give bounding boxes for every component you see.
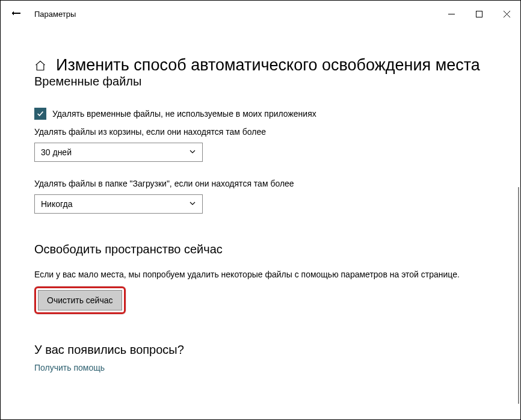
highlight-annotation: Очистить сейчас — [34, 286, 126, 314]
questions-header: У вас появились вопросы? — [34, 343, 502, 357]
back-arrow-icon[interactable]: 🠔 — [11, 8, 21, 19]
clean-now-button[interactable]: Очистить сейчас — [38, 290, 122, 310]
subheading-temp-files: Временные файлы — [34, 75, 502, 88]
home-icon[interactable] — [34, 60, 46, 72]
downloads-dropdown[interactable]: Никогда — [34, 194, 203, 214]
content-area: Изменить способ автоматического освобожд… — [1, 56, 520, 372]
free-space-description: Если у вас мало места, мы попробуем удал… — [34, 270, 502, 279]
recycle-bin-label: Удалять файлы из корзины, если они наход… — [34, 127, 502, 137]
downloads-value: Никогда — [41, 199, 189, 209]
delete-temp-files-checkbox[interactable] — [34, 108, 46, 120]
window-title: Параметры — [34, 10, 76, 19]
window-controls — [437, 4, 520, 23]
svg-rect-1 — [476, 11, 482, 17]
get-help-link[interactable]: Получить помощь — [34, 363, 105, 372]
maximize-button[interactable] — [465, 4, 493, 23]
chevron-down-icon — [189, 200, 196, 208]
recycle-bin-dropdown[interactable]: 30 дней — [34, 143, 203, 162]
page-heading: Изменить способ автоматического освобожд… — [56, 56, 480, 75]
recycle-bin-value: 30 дней — [41, 147, 189, 157]
minimize-button[interactable] — [437, 4, 465, 23]
chevron-down-icon — [189, 148, 196, 156]
delete-temp-files-label: Удалять временные файлы, не используемые… — [52, 109, 316, 119]
scrollbar[interactable] — [518, 187, 519, 404]
titlebar: 🠔 Параметры — [1, 1, 520, 27]
downloads-label: Удалять файлы в папке "Загрузки", если о… — [34, 179, 502, 188]
free-space-header: Освободить пространство сейчас — [34, 242, 502, 256]
close-button[interactable] — [493, 4, 520, 23]
